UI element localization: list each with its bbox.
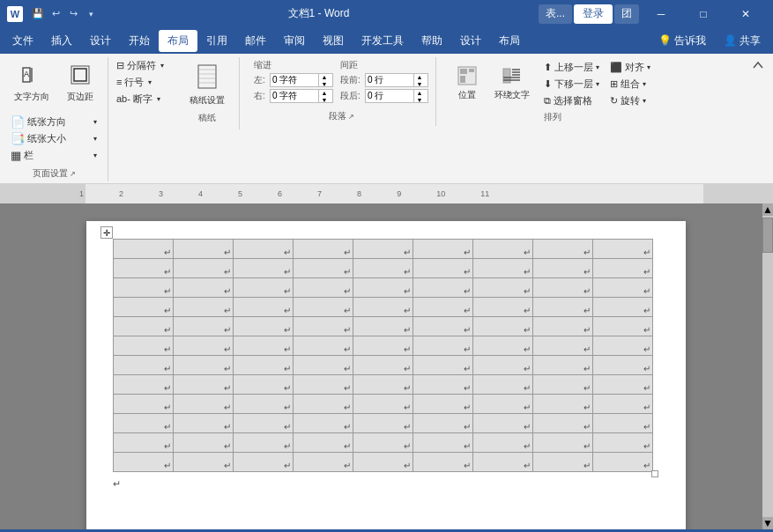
table-cell[interactable]: ↵: [353, 375, 413, 395]
collapse-ribbon-button[interactable]: [750, 57, 766, 76]
table-cell[interactable]: ↵: [173, 375, 233, 395]
table-cell[interactable]: ↵: [413, 414, 472, 433]
indent-left-down[interactable]: ▼: [319, 80, 330, 87]
table-cell[interactable]: ↵: [233, 336, 293, 356]
table-cell[interactable]: ↵: [592, 375, 652, 395]
table-cell[interactable]: ↵: [233, 395, 293, 414]
table-cell[interactable]: ↵: [173, 278, 233, 298]
table-cell[interactable]: ↵: [472, 453, 532, 472]
columns-button[interactable]: ▦ 栏 ▾: [7, 147, 100, 163]
menu-layout[interactable]: 布局: [159, 30, 197, 52]
menu-start[interactable]: 开始: [120, 30, 159, 52]
paper-direction-button[interactable]: 📄 纸张方向 ▾: [7, 114, 100, 129]
table-cell[interactable]: ↵: [293, 433, 353, 453]
table-cell[interactable]: ↵: [173, 317, 233, 336]
table-cell[interactable]: ↵: [173, 414, 233, 433]
table-cell[interactable]: ↵: [472, 336, 532, 356]
menu-file[interactable]: 文件: [4, 30, 42, 52]
bring-forward-button[interactable]: ⬆ 上移一层 ▾: [540, 59, 603, 75]
table-cell[interactable]: ↵: [113, 259, 173, 278]
table-cell[interactable]: ↵: [293, 453, 353, 472]
table-move-handle[interactable]: ✛: [100, 226, 113, 239]
table-cell[interactable]: ↵: [173, 240, 233, 259]
table-cell[interactable]: ↵: [592, 317, 652, 336]
table-cell[interactable]: ↵: [592, 278, 652, 298]
table-cell[interactable]: ↵: [413, 453, 472, 472]
menu-table-layout[interactable]: 布局: [490, 30, 529, 52]
table-cell[interactable]: ↵: [472, 259, 532, 278]
table-cell[interactable]: ↵: [113, 278, 173, 298]
scroll-up-button[interactable]: ▲: [762, 203, 773, 216]
table-cell[interactable]: ↵: [353, 356, 413, 375]
table-cell[interactable]: ↵: [293, 240, 353, 259]
indent-right-up[interactable]: ▲: [319, 89, 330, 96]
table-cell[interactable]: ↵: [233, 453, 293, 472]
table-cell[interactable]: ↵: [592, 453, 652, 472]
save-button[interactable]: 💾: [30, 6, 46, 22]
table-cell[interactable]: ↵: [413, 278, 472, 298]
table-cell[interactable]: ↵: [472, 375, 532, 395]
draft-setup-button[interactable]: 稿纸设置: [182, 61, 232, 109]
vertical-scrollbar[interactable]: ▲ ▼: [762, 203, 773, 529]
table-cell[interactable]: ↵: [233, 433, 293, 453]
table-cell[interactable]: ↵: [233, 240, 293, 259]
table-cell[interactable]: ↵: [532, 278, 592, 298]
spacing-before-down[interactable]: ▼: [414, 80, 425, 87]
group-button[interactable]: ⊞ 组合 ▾: [606, 76, 654, 92]
table-cell[interactable]: ↵: [353, 453, 413, 472]
close-button[interactable]: ✕: [725, 0, 766, 27]
table-cell[interactable]: ↵: [113, 375, 173, 395]
table-cell[interactable]: ↵: [293, 375, 353, 395]
hyphenation-button[interactable]: ab- 断字 ▾: [113, 91, 167, 107]
table-cell[interactable]: ↵: [233, 414, 293, 433]
table-cell[interactable]: ↵: [532, 298, 592, 317]
table-cell[interactable]: ↵: [173, 453, 233, 472]
table-cell[interactable]: ↵: [293, 336, 353, 356]
table-cell[interactable]: ↵: [113, 336, 173, 356]
table-cell[interactable]: ↵: [413, 375, 472, 395]
table-cell[interactable]: ↵: [592, 259, 652, 278]
redo-button[interactable]: ↪: [65, 6, 81, 22]
table-cell[interactable]: ↵: [353, 317, 413, 336]
table-cell[interactable]: ↵: [532, 317, 592, 336]
table-cell[interactable]: ↵: [532, 375, 592, 395]
table-cell[interactable]: ↵: [353, 395, 413, 414]
table-cell[interactable]: ↵: [233, 317, 293, 336]
align-button[interactable]: ⬛ 对齐 ▾: [606, 59, 654, 75]
table-cell[interactable]: ↵: [113, 453, 173, 472]
spacing-before-up[interactable]: ▲: [414, 73, 425, 80]
table-cell[interactable]: ↵: [173, 336, 233, 356]
menu-insert[interactable]: 插入: [42, 30, 81, 52]
table-cell[interactable]: ↵: [173, 259, 233, 278]
table-cell[interactable]: ↵: [353, 298, 413, 317]
table-cell[interactable]: ↵: [113, 395, 173, 414]
table-cell[interactable]: ↵: [293, 414, 353, 433]
table-cell[interactable]: ↵: [532, 259, 592, 278]
arrange-group-label[interactable]: 排列: [450, 108, 654, 125]
menu-table-design[interactable]: 设计: [451, 30, 490, 52]
send-backward-button[interactable]: ⬇ 下移一层 ▾: [540, 76, 603, 92]
table-cell[interactable]: ↵: [413, 240, 472, 259]
menu-help[interactable]: 帮助: [413, 30, 451, 52]
table-cell[interactable]: ↵: [472, 395, 532, 414]
table-cell[interactable]: ↵: [233, 375, 293, 395]
wrap-text-button[interactable]: 环绕文字: [487, 59, 537, 107]
undo-button[interactable]: ↩: [48, 6, 63, 22]
table-cell[interactable]: ↵: [233, 259, 293, 278]
table-cell[interactable]: ↵: [413, 433, 472, 453]
scroll-thumb[interactable]: [762, 218, 773, 253]
rotate-button[interactable]: ↻ 旋转 ▾: [606, 92, 654, 108]
tell-me-button[interactable]: 💡 告诉我: [650, 30, 715, 52]
table-cell[interactable]: ↵: [293, 317, 353, 336]
menu-design[interactable]: 设计: [81, 30, 120, 52]
scroll-track[interactable]: [762, 216, 773, 517]
table-resize-handle[interactable]: [651, 470, 658, 477]
table-cell[interactable]: ↵: [592, 356, 652, 375]
share-button[interactable]: 👤 共享: [715, 30, 769, 52]
table-cell[interactable]: ↵: [293, 298, 353, 317]
table-cell[interactable]: ↵: [532, 414, 592, 433]
table-cell[interactable]: ↵: [413, 356, 472, 375]
table-cell[interactable]: ↵: [472, 240, 532, 259]
table-cell[interactable]: ↵: [413, 336, 472, 356]
table-cell[interactable]: ↵: [233, 278, 293, 298]
